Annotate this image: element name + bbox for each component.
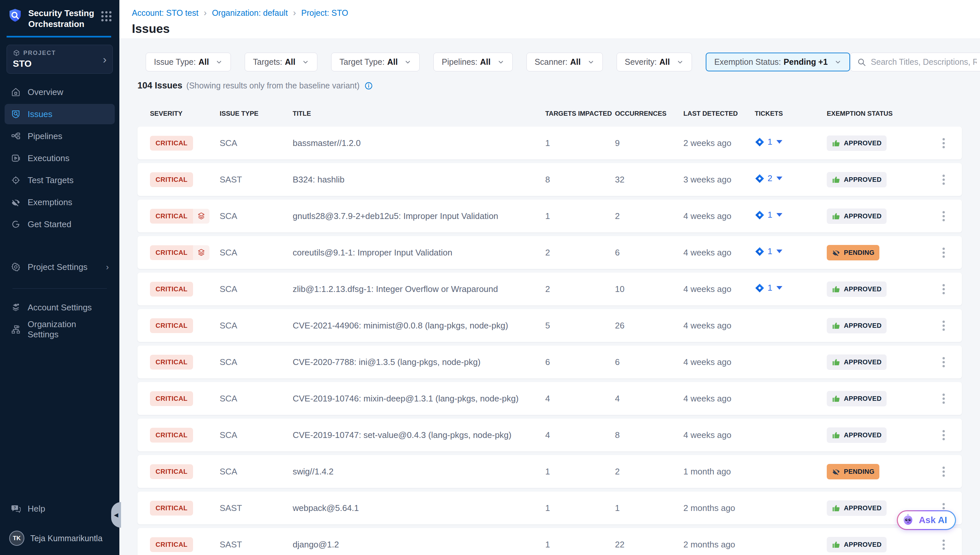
issues-icon <box>11 109 21 119</box>
targets-impacted: 1 <box>545 138 550 148</box>
column-header: SEVERITY <box>150 110 220 117</box>
filter-bar: Issue Type: All Targets: All Target Type… <box>138 53 962 71</box>
table-row[interactable]: CRITICAL SCA swig//1.4.2 1 2 1 month ago… <box>138 455 962 488</box>
occurrences: 2 <box>615 467 619 476</box>
table-row[interactable]: CRITICAL SCA CVE-2020-7788: ini@1.3.5 (l… <box>138 346 962 379</box>
issue-type: SAST <box>220 175 242 184</box>
row-menu-button[interactable] <box>938 318 949 334</box>
row-menu-button[interactable] <box>938 281 949 297</box>
filter-target-type[interactable]: Target Type: All <box>331 53 420 71</box>
severity-badge: CRITICAL <box>150 501 193 515</box>
table-row[interactable]: CRITICAL SCA CVE-2019-10747: set-value@0… <box>138 419 962 451</box>
sidebar-item-help[interactable]: ? Help <box>5 499 115 519</box>
sidebar-item-project-settings[interactable]: Project Settings › <box>5 257 115 277</box>
filter-scanner[interactable]: Scanner: All <box>526 53 603 71</box>
exemption-status-badge: APPROVED <box>827 391 887 406</box>
occurrences: 8 <box>615 430 619 440</box>
thumbs-up-icon <box>832 358 840 367</box>
ticket-link[interactable]: 2 <box>755 173 782 183</box>
row-menu-button[interactable] <box>938 537 949 552</box>
exemption-status-badge: APPROVED <box>827 281 887 297</box>
table-row[interactable]: CRITICAL SAST webpack@5.64.1 1 1 2 month… <box>138 492 962 525</box>
info-icon[interactable] <box>364 81 373 90</box>
row-menu-button[interactable] <box>938 427 949 443</box>
ticket-caret-icon <box>776 213 782 217</box>
sidebar-item-test-targets[interactable]: Test Targets <box>5 170 115 190</box>
sidebar-item-organization-settings[interactable]: Organization Settings <box>5 319 115 340</box>
filter-exemption-status[interactable]: Exemption Status: Pending +1 <box>706 53 850 71</box>
occurrences: 1 <box>615 503 619 513</box>
breadcrumb-link[interactable]: Organization: default <box>212 8 288 18</box>
targets-impacted: 4 <box>545 430 550 440</box>
sidebar-item-issues[interactable]: Issues <box>5 104 115 124</box>
table-header: SEVERITYISSUE TYPETITLETARGETS IMPACTEDO… <box>138 110 962 117</box>
last-detected: 1 month ago <box>683 467 731 476</box>
sidebar-item-overview[interactable]: Overview <box>5 82 115 102</box>
cube-icon <box>13 49 20 56</box>
thumbs-up-icon <box>832 139 840 148</box>
ticket-link[interactable]: 1 <box>755 210 782 220</box>
targets-impacted: 8 <box>545 175 550 184</box>
last-detected: 4 weeks ago <box>683 357 731 367</box>
row-menu-button[interactable] <box>938 135 949 151</box>
ticket-link[interactable]: 1 <box>755 246 782 257</box>
exemption-status-badge: APPROVED <box>827 318 887 334</box>
chevron-down-icon <box>404 59 411 66</box>
ask-ai-button[interactable]: Ask AI <box>897 510 956 530</box>
thumbs-up-icon <box>832 175 840 184</box>
sidebar-item-account-settings[interactable]: Account Settings <box>5 297 115 318</box>
issue-type: SCA <box>220 138 237 148</box>
sidebar-item-get-started[interactable]: Get Started <box>5 214 115 234</box>
exemption-status-badge: APPROVED <box>827 209 887 224</box>
sidebar-item-exemptions[interactable]: Exemptions <box>5 192 115 212</box>
last-detected: 4 weeks ago <box>683 211 731 221</box>
sidebar-item-executions[interactable]: Executions <box>5 148 115 168</box>
table-row[interactable]: CRITICAL SCA gnutls28@3.7.9-2+deb12u5: I… <box>138 200 962 233</box>
sidebar-divider <box>13 288 107 289</box>
sidebar: Security Testing Orchestration PROJECT S… <box>0 0 119 555</box>
table-row[interactable]: CRITICAL SAST django@1.2 1 22 2 months a… <box>138 528 962 555</box>
issue-title: CVE-2021-44906: minimist@0.0.8 (lang-pkg… <box>293 321 508 330</box>
row-menu-button[interactable] <box>938 391 949 406</box>
filter-targets[interactable]: Targets: All <box>245 53 318 71</box>
row-menu-button[interactable] <box>938 172 949 188</box>
occurrences: 10 <box>615 284 624 294</box>
severity-badge: CRITICAL <box>150 428 193 443</box>
target-icon <box>11 175 21 185</box>
filter-severity[interactable]: Severity: All <box>617 53 692 71</box>
issue-type: SAST <box>220 503 242 513</box>
last-detected: 2 weeks ago <box>683 138 731 148</box>
sidebar-item-pipelines[interactable]: Pipelines <box>5 126 115 146</box>
ticket-link[interactable]: 1 <box>755 283 782 293</box>
table-row[interactable]: CRITICAL SCA coreutils@9.1-1: Improper I… <box>138 236 962 269</box>
row-menu-button[interactable] <box>938 209 949 224</box>
user-menu[interactable]: TK Teja Kummarikuntla <box>5 528 115 549</box>
exemption-status-badge: APPROVED <box>827 500 887 516</box>
filter-issue-type[interactable]: Issue Type: All <box>146 53 231 71</box>
search-input[interactable] <box>871 57 977 67</box>
table-row[interactable]: CRITICAL SCA bassmaster//1.2.0 1 9 2 wee… <box>138 127 962 159</box>
last-detected: 4 weeks ago <box>683 248 731 257</box>
jira-icon <box>755 210 765 220</box>
column-header: EXEMPTION STATUS <box>827 110 925 117</box>
ticket-link[interactable]: 1 <box>755 137 782 147</box>
breadcrumb-link[interactable]: Project: STO <box>301 8 348 18</box>
filter-pipelines[interactable]: Pipelines: All <box>433 53 512 71</box>
chevron-down-icon <box>302 59 309 66</box>
sidebar-nav: Overview Issues Pipelines Executions Tes… <box>0 82 119 236</box>
row-menu-button[interactable] <box>938 245 949 260</box>
table-row[interactable]: CRITICAL SCA CVE-2019-10746: mixin-deep@… <box>138 382 962 415</box>
module-grid-icon[interactable] <box>101 11 111 21</box>
breadcrumb-link[interactable]: Account: STO test <box>132 8 198 18</box>
table-row[interactable]: CRITICAL SCA CVE-2021-44906: minimist@0.… <box>138 309 962 342</box>
table-row[interactable]: CRITICAL SAST B324: hashlib 8 32 3 weeks… <box>138 163 962 196</box>
help-chat-icon: ? <box>11 504 21 514</box>
column-header: TICKETS <box>755 110 827 117</box>
project-selector[interactable]: PROJECT STO › <box>6 45 113 74</box>
issues-count: 104 Issues <box>138 80 183 91</box>
table-row[interactable]: CRITICAL SCA zlib@1:1.2.13.dfsg-1: Integ… <box>138 273 962 305</box>
row-menu-button[interactable] <box>938 354 949 370</box>
row-menu-button[interactable] <box>938 464 949 480</box>
issue-title: zlib@1:1.2.13.dfsg-1: Integer Overflow o… <box>293 284 498 294</box>
occurrences: 2 <box>615 211 619 221</box>
